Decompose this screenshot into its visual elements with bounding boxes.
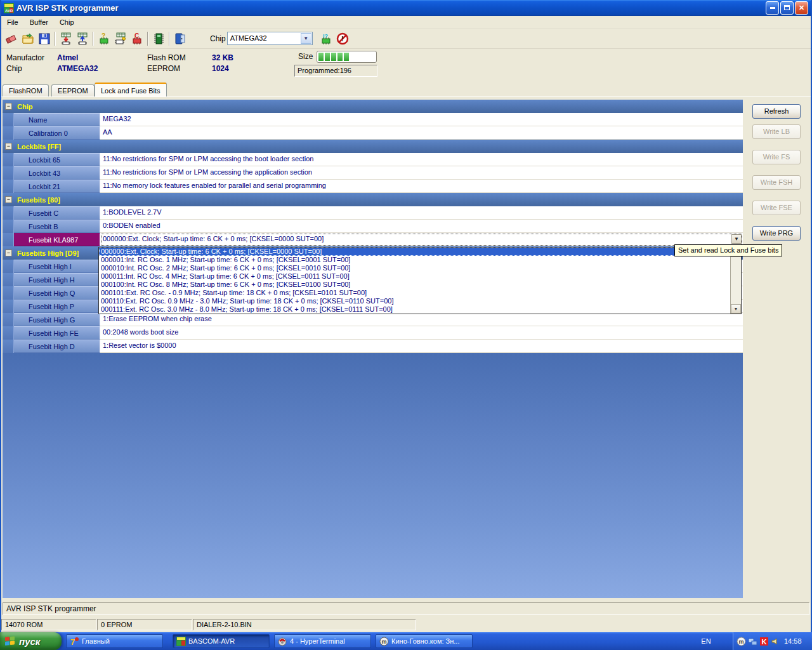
write-prg-button[interactable]: Write PRG	[752, 226, 801, 241]
taskbar-item-kino[interactable]: m Кино-Говно.ком: Зн...	[376, 634, 473, 648]
eraser-icon	[5, 32, 18, 45]
compare-chip-button[interactable]	[112, 30, 129, 47]
row-label[interactable]: Calibration 0	[14, 126, 100, 140]
row-value[interactable]: 11:No restrictions for SPM or LPM access…	[100, 153, 743, 166]
dropdown-option[interactable]: 000101:Ext. RC Osc. - 0.9 MHz; Start-up …	[99, 289, 730, 297]
row-label[interactable]: Lockbit 43	[14, 166, 100, 180]
tab-lock-and-fuse-bits[interactable]: Lock and Fuse Bits	[95, 83, 167, 96]
row-label[interactable]: Fusebit B	[14, 220, 100, 233]
taskbar-item-bascom-avr[interactable]: BASCOM-AVR	[173, 634, 270, 648]
read-chip-button[interactable]	[74, 30, 91, 47]
restore-button[interactable]	[780, 1, 794, 15]
minimize-button[interactable]	[766, 1, 779, 15]
taskbar-item-hyperterminal[interactable]: 4 - HyperTerminal	[274, 634, 371, 648]
row-value[interactable]: 11:No memory lock features enabled for p…	[100, 180, 743, 193]
write-chip-button[interactable]	[58, 30, 74, 47]
row-label[interactable]: Fusebit High I	[14, 260, 100, 273]
section-chip: − Chip	[3, 100, 743, 113]
row-value[interactable]: 1:BODLEVEL 2.7V	[100, 206, 743, 220]
bascom-avr-icon	[176, 637, 186, 646]
row-label[interactable]: Fusebit High H	[14, 273, 100, 286]
chip-combobox[interactable]: ATMEGA32 ▼	[227, 32, 313, 45]
collapse-icon[interactable]: −	[5, 249, 12, 256]
identify-chip-button[interactable]: I?	[318, 30, 334, 47]
row-value[interactable]: 1:Erase EEPROM when chip erase	[100, 313, 743, 326]
collapse-icon[interactable]: −	[5, 143, 12, 150]
row-value[interactable]: MEGA32	[100, 113, 743, 126]
language-indicator[interactable]: EN	[698, 632, 714, 650]
scroll-down-icon[interactable]: ▼	[731, 304, 741, 314]
row-label[interactable]: Fusebit High D	[14, 340, 100, 353]
menu-chip[interactable]: Chip	[54, 17, 80, 27]
network-icon[interactable]	[748, 637, 757, 646]
kino-site-icon: m	[379, 637, 389, 646]
collapse-icon[interactable]: −	[5, 196, 12, 203]
tab-flashrom[interactable]: FlashROM	[3, 84, 49, 96]
status-rom: 14070 ROM	[1, 619, 96, 630]
fusebit-combobox[interactable]: 000000:Ext. Clock; Start-up time: 6 CK +…	[100, 233, 743, 246]
volume-icon[interactable]	[771, 637, 780, 646]
menu-bar: File Buffer Chip	[1, 16, 811, 29]
start-label: пуск	[19, 636, 40, 647]
erase-buffer-button[interactable]	[3, 30, 20, 47]
open-file-button[interactable]	[20, 30, 36, 47]
dropdown-option[interactable]: 000000:Ext. Clock; Start-up time: 6 CK +…	[99, 248, 730, 256]
exit-button[interactable]	[172, 30, 188, 47]
row-value[interactable]: 11:No restrictions for SPM or LPM access…	[100, 166, 743, 180]
row-label[interactable]: Fusebit High G	[14, 313, 100, 326]
erase-chip-button[interactable]: C	[129, 30, 145, 47]
row-label[interactable]: Fusebit C	[14, 206, 100, 220]
row-value[interactable]: 0:BODEN enabled	[100, 220, 743, 233]
chevron-down-icon[interactable]: ▼	[731, 234, 742, 244]
table-row: Fusebit B 0:BODEN enabled	[3, 220, 743, 233]
write-fs-button: Write FS	[752, 150, 801, 164]
chevron-down-icon[interactable]: ▼	[301, 33, 311, 44]
buffer-button[interactable]	[150, 30, 167, 47]
row-value[interactable]: 1:Reset vector is $0000	[100, 340, 743, 353]
row-value[interactable]: AA	[100, 126, 743, 140]
row-label[interactable]: Fusebit High FE	[14, 326, 100, 340]
toolbar-separator	[169, 32, 170, 46]
size-label: Size	[298, 52, 313, 61]
open-folder-icon	[22, 32, 34, 45]
m-agent-icon[interactable]: m	[737, 637, 746, 646]
dropdown-option[interactable]: 000001:Int. RC Osc. 1 MHz; Start-up time…	[99, 256, 730, 264]
menu-file[interactable]: File	[1, 17, 24, 27]
section-lockbits: − Lockbits [FF]	[3, 140, 743, 153]
tab-eeprom[interactable]: EEPROM	[51, 84, 95, 96]
status-eprom: 0 EPROM	[97, 619, 192, 630]
window-title: AVR ISP STK programmer	[16, 3, 766, 13]
row-label[interactable]: Lockbit 21	[14, 180, 100, 193]
app-window: AVR AVR ISP STK programmer ✕ File Buffer…	[0, 0, 812, 632]
collapse-icon[interactable]: −	[5, 103, 12, 110]
save-file-button[interactable]	[36, 30, 53, 47]
write-chip-icon	[60, 32, 72, 45]
row-label[interactable]: Name	[14, 113, 100, 126]
cancel-button[interactable]: !	[334, 30, 351, 47]
verify-chip-button[interactable]: ?	[96, 30, 112, 47]
clock[interactable]: 14:58	[784, 637, 802, 645]
svg-text:m: m	[382, 639, 387, 645]
dropdown-option[interactable]: 000010:Int. RC Osc. 2 MHz; Start-up time…	[99, 264, 730, 272]
svg-text:7: 7	[70, 637, 75, 646]
menu-buffer[interactable]: Buffer	[24, 17, 54, 27]
row-label[interactable]: Fusebit High P	[14, 300, 100, 313]
close-button[interactable]: ✕	[795, 1, 808, 15]
start-button[interactable]: пуск	[0, 632, 62, 650]
write-fsh-button: Write FSH	[752, 175, 801, 190]
row-label[interactable]: Fusebit KLA987	[14, 233, 100, 246]
chip-label: Chip	[6, 64, 22, 73]
dropdown-option[interactable]: 000011:Int. RC Osc. 4 MHz; Start-up time…	[99, 272, 730, 281]
row-value[interactable]: 00:2048 words boot size	[100, 326, 743, 340]
kaspersky-icon[interactable]: K	[759, 637, 769, 646]
row-label[interactable]: Lockbit 65	[14, 153, 100, 166]
refresh-button[interactable]: Refresh	[752, 104, 801, 119]
chip-combobox-value: ATMEGA32	[230, 34, 267, 42]
scrollbar[interactable]: ▲ ▼	[730, 248, 741, 314]
taskbar-item-glavny[interactable]: 7 Главный	[66, 634, 163, 648]
dropdown-option[interactable]: 000100:Int. RC Osc. 8 MHz; Start-up time…	[99, 281, 730, 289]
floppy-save-icon	[38, 32, 51, 45]
row-label[interactable]: Fusebit High Q	[14, 286, 100, 300]
dropdown-option[interactable]: 000111:Ext. RC Osc. 3.0 MHz - 8.0 MHz; S…	[99, 305, 730, 314]
dropdown-option[interactable]: 000110:Ext. RC Osc. 0.9 MHz - 3.0 MHz; S…	[99, 297, 730, 305]
